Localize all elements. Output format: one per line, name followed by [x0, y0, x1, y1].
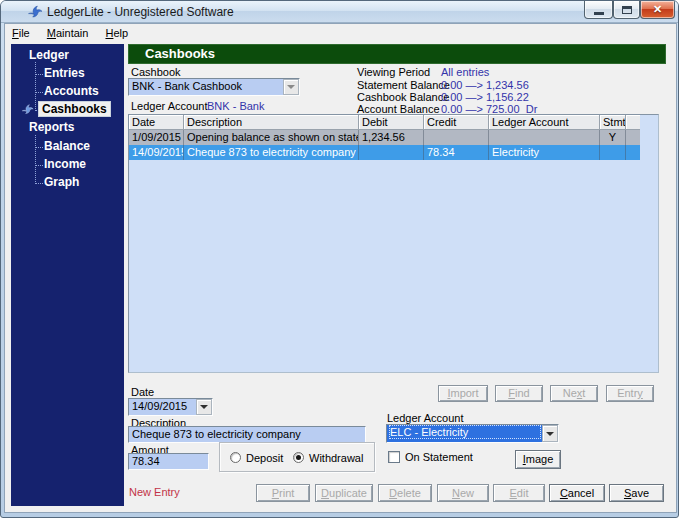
app-window: LedgerLite - Unregistered Software ✕ Fil… — [0, 0, 679, 518]
page-title: Cashbooks — [129, 45, 665, 63]
duplicate-button: Duplicate — [315, 484, 373, 502]
column-header-credit: Credit — [424, 115, 489, 130]
find-button: Find — [495, 385, 543, 402]
close-icon: ✕ — [653, 4, 662, 15]
ledger-account-label: Ledger Account — [131, 100, 207, 112]
close-button[interactable]: ✕ — [640, 1, 675, 19]
sidebar-item-graph[interactable]: Graph — [44, 175, 79, 189]
tree-line — [35, 147, 43, 148]
title-bar: LedgerLite - Unregistered Software ✕ — [1, 1, 678, 23]
cell-stmt — [600, 145, 626, 160]
cancel-button[interactable]: Cancel — [549, 484, 605, 502]
deposit-radio[interactable] — [230, 452, 241, 463]
cell-debit — [359, 145, 424, 160]
print-button: Print — [256, 484, 310, 502]
sidebar-item-reports[interactable]: Reports — [29, 120, 74, 134]
tree-line — [35, 62, 36, 111]
amount-input[interactable]: 78.34 — [128, 453, 209, 470]
entry-button: Entry — [606, 385, 654, 402]
cashbook-balance-value: 0.00 —> 1,156.22 — [441, 91, 529, 103]
next-button: Next — [550, 385, 598, 402]
maximize-icon — [622, 6, 632, 14]
cashbook-balance-label: Cashbook Balance — [357, 91, 449, 103]
column-header-description: Description — [184, 115, 359, 130]
cell-ledger-account: Electricity — [489, 145, 600, 160]
form-ledger-account-label: Ledger Account — [387, 412, 463, 424]
ledger-account-selected-value: ELC - Electricity — [390, 426, 540, 438]
table-header-row: Date Description Debit Credit Ledger Acc… — [129, 115, 640, 130]
cell-ledger-account — [489, 130, 600, 145]
withdrawal-radio-label[interactable]: Withdrawal — [309, 452, 363, 464]
maximize-button[interactable] — [613, 1, 640, 19]
sidebar-item-ledger[interactable]: Ledger — [29, 48, 69, 62]
cashbook-select[interactable]: BNK - Bank Cashbook — [128, 78, 300, 96]
cashbook-label: Cashbook — [131, 66, 181, 78]
ledger-account-select[interactable]: ELC - Electricity — [386, 424, 559, 443]
app-bird-icon — [27, 4, 43, 20]
on-statement-checkbox[interactable] — [388, 451, 400, 463]
column-header-debit: Debit — [359, 115, 424, 130]
cell-description: Opening balance as shown on statement — [184, 130, 359, 145]
column-header-stmt: Stmt — [600, 115, 626, 130]
date-label: Date — [131, 386, 154, 398]
cell-credit — [424, 130, 489, 145]
menu-file[interactable]: File — [5, 24, 37, 42]
statement-balance-value: 0.00 —> 1,234.56 — [441, 79, 529, 91]
column-header-date: Date — [129, 115, 184, 130]
sidebar-nav: Ledger Entries Accounts Cashbooks Report… — [11, 44, 124, 506]
window-title: LedgerLite - Unregistered Software — [47, 5, 234, 19]
status-mode-text: New Entry — [129, 486, 180, 498]
cell-blank — [626, 130, 640, 145]
new-button: New — [437, 484, 489, 502]
cell-blank — [626, 145, 640, 160]
menu-help[interactable]: Help — [98, 24, 135, 42]
deposit-radio-label[interactable]: Deposit — [246, 452, 283, 464]
entries-table: Date Description Debit Credit Ledger Acc… — [128, 114, 659, 373]
menu-bar: File Maintain Help — [5, 24, 676, 42]
delete-button: Delete — [378, 484, 432, 502]
chevron-down-icon — [287, 85, 295, 89]
bird-selection-icon — [21, 103, 34, 116]
minimize-icon — [594, 12, 604, 15]
date-select[interactable]: 14/09/2015 — [128, 398, 213, 416]
cashbook-dropdown-button[interactable] — [283, 79, 299, 95]
tree-line — [35, 92, 43, 93]
edit-button: Edit — [493, 484, 545, 502]
viewing-period-value: All entries — [441, 66, 489, 78]
save-button[interactable]: Save — [609, 484, 664, 502]
sidebar-item-cashbooks[interactable]: Cashbooks — [38, 101, 111, 117]
sidebar-item-entries[interactable]: Entries — [44, 66, 85, 80]
sidebar-item-income[interactable]: Income — [44, 157, 86, 171]
table-row-opening-balance[interactable]: 1/09/2015 Opening balance as shown on st… — [129, 130, 640, 145]
tree-line — [35, 165, 43, 166]
date-value: 14/09/2015 — [132, 400, 187, 412]
tree-line — [35, 135, 36, 184]
statement-balance-label: Statement Balance — [357, 79, 450, 91]
sidebar-item-balance[interactable]: Balance — [44, 139, 90, 153]
cashbook-selected-value: BNK - Bank Cashbook — [132, 80, 242, 92]
ledger-account-value: BNK - Bank — [207, 100, 264, 112]
tree-line — [35, 74, 43, 75]
menu-maintain[interactable]: Maintain — [40, 24, 96, 42]
cell-debit: 1,234.56 — [359, 130, 424, 145]
section-header: Cashbooks — [128, 44, 666, 64]
table-row-selected-entry[interactable]: 14/09/2015 Cheque 873 to electricity com… — [129, 145, 640, 160]
chevron-down-icon — [546, 432, 554, 436]
date-dropdown-button[interactable] — [196, 399, 212, 415]
tree-line — [35, 183, 43, 184]
cell-date: 1/09/2015 — [129, 130, 184, 145]
minimize-button[interactable] — [584, 1, 613, 19]
cell-stmt: Y — [600, 130, 626, 145]
image-button[interactable]: Image — [515, 450, 561, 469]
withdrawal-radio[interactable] — [293, 452, 304, 463]
column-header-blank — [626, 115, 640, 130]
cell-date: 14/09/2015 — [129, 145, 184, 160]
sidebar-item-accounts[interactable]: Accounts — [44, 84, 99, 98]
description-input[interactable]: Cheque 873 to electricity company — [128, 426, 366, 443]
viewing-period-label: Viewing Period — [357, 66, 430, 78]
import-button: Import — [438, 385, 488, 402]
on-statement-label[interactable]: On Statement — [405, 451, 473, 463]
chevron-down-icon — [200, 405, 208, 409]
ledger-account-dropdown-button[interactable] — [542, 425, 558, 442]
cell-description: Cheque 873 to electricity company — [184, 145, 359, 160]
